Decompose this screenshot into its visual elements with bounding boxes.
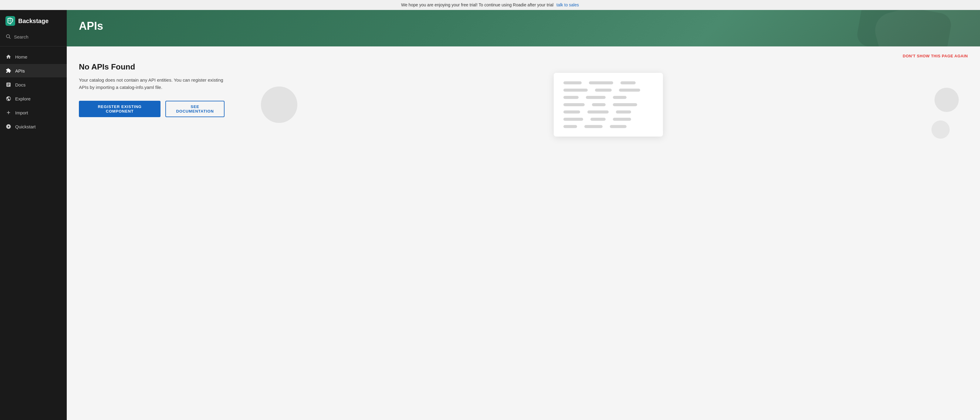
page-header: APIs (67, 10, 980, 46)
illus-bar (613, 103, 637, 106)
illus-bar (587, 110, 609, 113)
sidebar: Backstage Search Home (0, 10, 67, 420)
register-button[interactable]: REGISTER EXISTING COMPONENT (79, 101, 161, 117)
illus-bar (595, 89, 612, 92)
empty-illustration (249, 62, 968, 147)
illus-bar (613, 96, 627, 99)
sidebar-item-docs[interactable]: Docs (0, 78, 67, 91)
button-row: REGISTER EXISTING COMPONENT SEE DOCUMENT… (79, 101, 224, 117)
page-title: APIs (79, 20, 968, 32)
empty-title: No APIs Found (79, 62, 224, 72)
sidebar-item-apis-label: APIs (15, 68, 25, 73)
quickstart-icon (5, 124, 11, 130)
sidebar-item-import[interactable]: Import (0, 106, 67, 119)
illustration-blob-bottom-right (931, 121, 950, 139)
sidebar-item-explore[interactable]: Explore (0, 92, 67, 105)
illus-bar (586, 96, 606, 99)
page-body: DON'T SHOW THIS PAGE AGAIN No APIs Found… (67, 46, 980, 420)
illustration-card (554, 73, 663, 137)
illus-bar (589, 81, 613, 84)
illus-row-2 (563, 89, 653, 92)
sidebar-item-import-label: Import (15, 110, 28, 115)
see-documentation-button[interactable]: SEE DOCUMENTATION (165, 101, 224, 117)
illustration-blob-right (934, 88, 959, 112)
backstage-logo-icon (5, 16, 15, 26)
banner-text: We hope you are enjoying your free trial… (401, 2, 554, 7)
illus-bar (619, 89, 640, 92)
illus-bar (610, 125, 627, 128)
empty-desc: Your catalog does not contain any API en… (79, 76, 224, 91)
import-icon (5, 110, 11, 116)
sidebar-search[interactable]: Search (0, 31, 67, 45)
apis-icon (5, 68, 11, 74)
illustration-blob-left (261, 86, 298, 123)
sidebar-divider (0, 46, 67, 46)
illus-row-7 (563, 125, 653, 128)
sidebar-item-quickstart-label: Quickstart (15, 124, 36, 129)
illus-row-5 (563, 110, 653, 113)
sidebar-nav: Home APIs Docs (0, 48, 67, 136)
empty-state: No APIs Found Your catalog does not cont… (79, 56, 968, 147)
search-label: Search (14, 34, 29, 40)
talk-to-sales-link[interactable]: talk to sales (557, 2, 579, 7)
empty-state-text: No APIs Found Your catalog does not cont… (79, 62, 224, 117)
sidebar-item-explore-label: Explore (15, 96, 31, 101)
dont-show-link[interactable]: DON'T SHOW THIS PAGE AGAIN (903, 54, 968, 58)
illus-bar (616, 110, 631, 113)
sidebar-item-docs-label: Docs (15, 82, 25, 88)
illus-bar (584, 125, 603, 128)
sidebar-logo-text: Backstage (18, 18, 49, 25)
illus-bar (613, 118, 631, 121)
illus-bar (563, 103, 585, 106)
search-icon (5, 34, 11, 40)
top-banner: We hope you are enjoying your free trial… (0, 0, 980, 10)
svg-line-2 (9, 37, 10, 38)
sidebar-item-home-label: Home (15, 54, 27, 59)
sidebar-item-quickstart[interactable]: Quickstart (0, 120, 67, 133)
illus-row-1 (563, 81, 653, 84)
home-icon (5, 54, 11, 60)
illus-bar (592, 103, 606, 106)
illus-bar (563, 89, 588, 92)
illus-row-4 (563, 103, 653, 106)
illus-bar (563, 125, 577, 128)
illus-bar (563, 118, 583, 121)
explore-icon (5, 95, 11, 102)
sidebar-logo[interactable]: Backstage (0, 10, 67, 31)
illus-bar (620, 81, 636, 84)
illus-bar (590, 118, 606, 121)
illus-row-6 (563, 118, 653, 121)
sidebar-item-home[interactable]: Home (0, 50, 67, 64)
docs-icon (5, 82, 11, 88)
main-content: APIs DON'T SHOW THIS PAGE AGAIN No APIs … (67, 10, 980, 420)
svg-point-1 (6, 35, 10, 38)
sidebar-item-apis[interactable]: APIs (0, 64, 67, 77)
illus-row-3 (563, 96, 653, 99)
illus-bar (563, 81, 582, 84)
illus-bar (563, 96, 579, 99)
illus-bar (563, 110, 580, 113)
